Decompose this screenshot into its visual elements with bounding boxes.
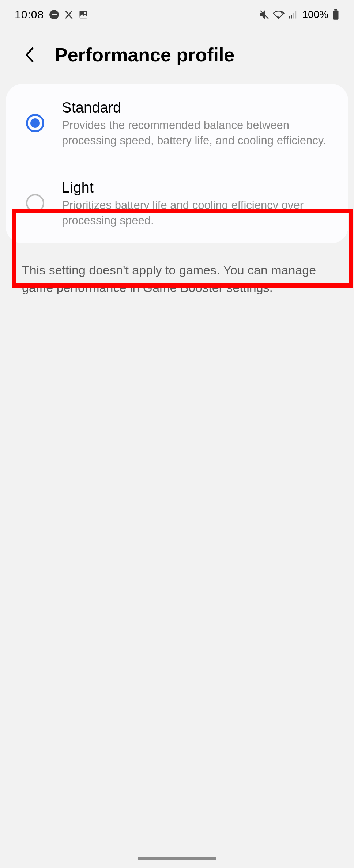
mute-icon (260, 10, 269, 19)
svg-rect-11 (334, 9, 337, 11)
dnd-icon (49, 9, 59, 20)
battery-icon (332, 9, 339, 20)
options-card: Standard Provides the recommended balanc… (6, 84, 348, 243)
x-icon (64, 9, 74, 20)
svg-point-3 (84, 12, 86, 14)
page-title: Performance profile (55, 44, 234, 66)
option-text: Standard Provides the recommended balanc… (62, 99, 330, 148)
option-text: Light Prioritizes battery life and cooli… (62, 179, 330, 228)
signal-icon (288, 10, 298, 19)
option-description: Prioritizes battery life and cooling eff… (62, 198, 330, 228)
battery-percentage: 100% (302, 9, 328, 20)
radio-selected-icon (26, 114, 44, 132)
option-light[interactable]: Light Prioritizes battery life and cooli… (6, 164, 348, 244)
status-right: 6 100% (260, 9, 339, 20)
svg-rect-6 (289, 16, 290, 19)
option-title: Standard (62, 99, 330, 116)
status-bar: 10:08 6 100% (0, 0, 354, 29)
page-header: Performance profile (0, 29, 354, 84)
back-button[interactable] (22, 47, 37, 62)
svg-rect-7 (291, 15, 292, 19)
svg-text:6: 6 (281, 11, 283, 14)
footer-note: This setting doesn't apply to games. You… (0, 243, 354, 315)
option-title: Light (62, 179, 330, 196)
status-time: 10:08 (15, 8, 44, 21)
wifi-icon: 6 (273, 10, 285, 19)
image-icon (78, 9, 88, 20)
radio-unselected-icon (26, 194, 44, 212)
status-left: 10:08 (15, 8, 88, 21)
svg-rect-9 (295, 11, 297, 19)
option-standard[interactable]: Standard Provides the recommended balanc… (6, 84, 348, 164)
status-notification-icons (49, 9, 88, 20)
option-description: Provides the recommended balance between… (62, 118, 330, 148)
svg-rect-1 (52, 14, 57, 15)
nav-handle[interactable] (138, 857, 216, 860)
svg-rect-8 (293, 13, 294, 18)
svg-point-4 (278, 16, 280, 18)
svg-rect-10 (333, 11, 339, 20)
chevron-left-icon (25, 47, 34, 62)
